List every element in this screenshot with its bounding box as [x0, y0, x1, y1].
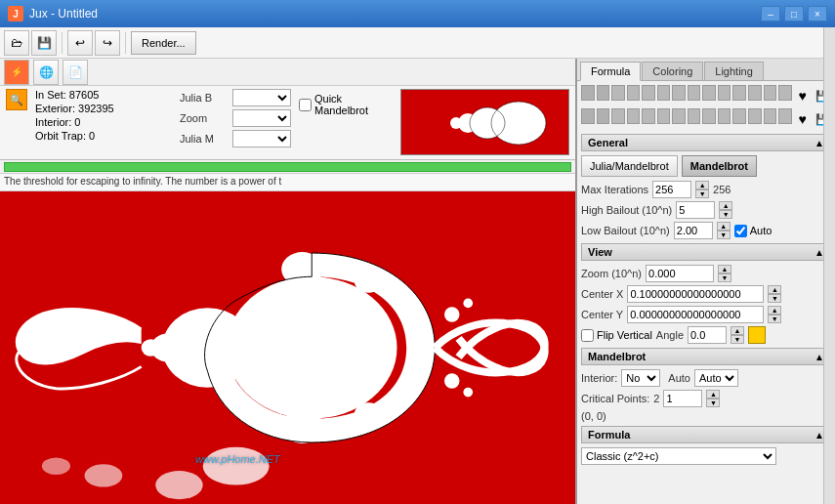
zoom-down[interactable]: ▼ [718, 273, 731, 282]
cx-up[interactable]: ▲ [768, 285, 781, 294]
angle-spinner[interactable]: ▲ ▼ [731, 326, 744, 344]
low-bailout-up[interactable]: ▲ [717, 222, 731, 231]
swatch-r2-11[interactable] [732, 108, 746, 124]
close-button[interactable]: × [808, 6, 827, 21]
cp-up[interactable]: ▲ [706, 390, 720, 399]
swatch-10[interactable] [718, 85, 731, 101]
doc-button[interactable]: 📄 [63, 60, 88, 85]
swatch-11[interactable] [732, 85, 746, 101]
swatch-r2-5[interactable] [642, 108, 655, 124]
zoom-spinner[interactable]: ▲ ▼ [718, 265, 731, 282]
max-iter-down[interactable]: ▼ [695, 189, 709, 198]
cp-input[interactable] [663, 390, 702, 407]
globe-button[interactable]: 🌐 [33, 60, 59, 85]
scrollbar[interactable] [823, 59, 835, 504]
swatch-r2-7[interactable] [672, 108, 686, 124]
swatch-r2-10[interactable] [718, 108, 731, 124]
swatch-r2-9[interactable] [702, 108, 716, 124]
critical-points-value: 2 [653, 393, 659, 404]
centery-input[interactable] [627, 306, 764, 323]
redo-button[interactable]: ↪ [95, 30, 120, 56]
maximize-button[interactable]: □ [784, 6, 804, 21]
max-iterations-input[interactable] [652, 181, 691, 198]
heart-icon-btn2[interactable]: ♥ [794, 108, 812, 130]
swatch-r2-3[interactable] [611, 108, 625, 124]
cx-down[interactable]: ▼ [768, 294, 781, 303]
high-bailout-input[interactable] [676, 201, 715, 219]
high-bailout-down[interactable]: ▼ [719, 210, 732, 219]
swatch-7[interactable] [672, 85, 686, 101]
swatch-r2-8[interactable] [688, 108, 701, 124]
heart-icon-btn[interactable]: ♥ [794, 85, 812, 106]
swatch-1[interactable] [581, 85, 595, 101]
high-bailout-spinner[interactable]: ▲ ▼ [719, 201, 732, 219]
quick-mandelbrot-checkbox[interactable] [299, 99, 312, 111]
mandelbrot-btn[interactable]: Mandelbrot [682, 155, 757, 177]
auto-checkbox[interactable] [734, 225, 747, 237]
cp-spinner[interactable]: ▲ ▼ [706, 390, 720, 407]
auto-low-bailout[interactable]: Auto [734, 225, 772, 237]
low-bailout-input[interactable] [674, 222, 713, 239]
flip-vertical-label[interactable]: Flip Vertical [581, 329, 652, 342]
general-section-header[interactable]: General ▲ [581, 134, 831, 151]
angle-input[interactable] [688, 326, 727, 344]
open-button[interactable]: 🗁 [4, 30, 29, 56]
auto-select[interactable]: Auto [694, 369, 738, 387]
render-button[interactable]: Render... [131, 31, 196, 55]
swatch-5[interactable] [642, 85, 655, 101]
low-bailout-down[interactable]: ▼ [717, 231, 731, 239]
zoom-input[interactable] [646, 265, 714, 282]
flip-vertical-checkbox[interactable] [581, 329, 594, 342]
formula-section-header[interactable]: Formula ▲ [581, 426, 831, 443]
julia-mandelbrot-btn[interactable]: Julia/Mandelbrot [581, 155, 678, 177]
swatch-9[interactable] [702, 85, 716, 101]
formula-select[interactable]: Classic (z^2+c) [581, 447, 776, 465]
swatch-r2-1[interactable] [581, 108, 595, 124]
fractal-canvas[interactable]: www.pHome.NET [0, 191, 575, 504]
home-button[interactable]: ⚡ [4, 60, 29, 85]
cy-up[interactable]: ▲ [768, 306, 781, 315]
swatch-r2-4[interactable] [627, 108, 641, 124]
julia-m-select[interactable] [232, 130, 291, 147]
swatch-r2-14[interactable] [778, 108, 792, 124]
view-section-header[interactable]: View ▲ [581, 243, 831, 261]
swatch-2[interactable] [597, 85, 610, 101]
search-btn[interactable]: 🔍 [6, 89, 27, 110]
undo-button[interactable]: ↩ [67, 30, 93, 56]
save-button[interactable]: 💾 [31, 30, 57, 56]
cp-down[interactable]: ▼ [706, 399, 720, 407]
window-title: Jux - Untitled [29, 7, 761, 21]
cy-down[interactable]: ▼ [768, 315, 781, 323]
swatch-8[interactable] [688, 85, 701, 101]
minimize-button[interactable]: – [761, 6, 780, 21]
max-iterations-spinner[interactable]: ▲ ▼ [695, 181, 709, 198]
high-bailout-up[interactable]: ▲ [719, 201, 732, 210]
swatch-14[interactable] [778, 85, 792, 101]
julia-b-select[interactable] [232, 89, 291, 106]
tab-coloring[interactable]: Coloring [642, 62, 703, 80]
centerx-spinner[interactable]: ▲ ▼ [768, 285, 781, 303]
swatch-r2-6[interactable] [657, 108, 671, 124]
swatch-r2-2[interactable] [597, 108, 610, 124]
zoom-up[interactable]: ▲ [718, 265, 731, 273]
swatch-13[interactable] [764, 85, 777, 101]
angle-up[interactable]: ▲ [731, 326, 744, 335]
swatch-4[interactable] [627, 85, 641, 101]
angle-down[interactable]: ▼ [731, 335, 744, 344]
swatch-6[interactable] [657, 85, 671, 101]
swatch-12[interactable] [748, 85, 762, 101]
tab-formula[interactable]: Formula [580, 62, 641, 81]
interior-select[interactable]: No Yes [621, 369, 660, 387]
centerx-input[interactable] [627, 285, 764, 303]
zoom-select[interactable] [232, 109, 291, 127]
centery-spinner[interactable]: ▲ ▼ [768, 306, 781, 323]
swatch-3[interactable] [611, 85, 625, 101]
max-iter-up[interactable]: ▲ [695, 181, 709, 189]
tab-lighting[interactable]: Lighting [704, 62, 764, 80]
quick-mandelbrot-label[interactable]: Quick Mandelbrot [299, 93, 393, 116]
color-preview-btn[interactable] [748, 326, 766, 344]
swatch-r2-13[interactable] [764, 108, 777, 124]
mandelbrot-section-header[interactable]: Mandelbrot ▲ [581, 348, 831, 365]
low-bailout-spinner[interactable]: ▲ ▼ [717, 222, 731, 239]
swatch-r2-12[interactable] [748, 108, 762, 124]
